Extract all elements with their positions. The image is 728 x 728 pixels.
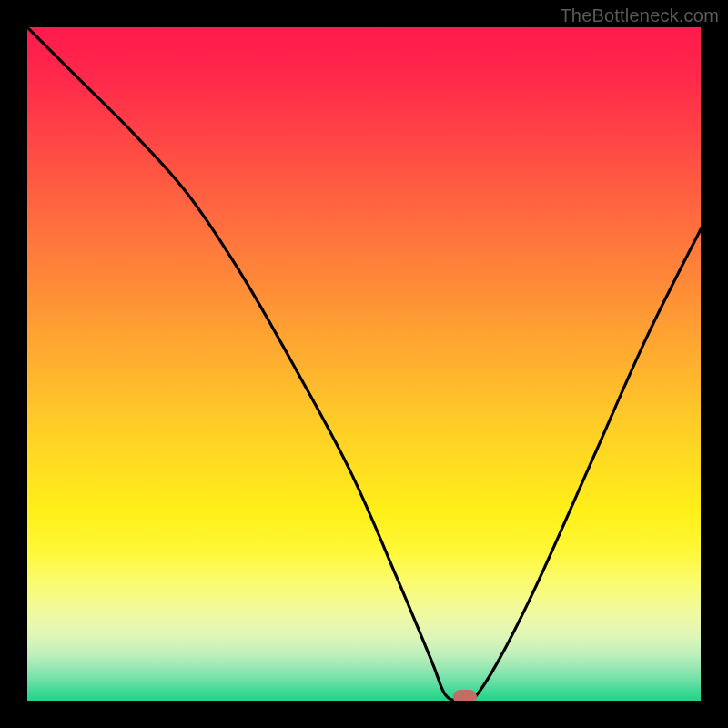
optimal-point-marker (453, 690, 477, 701)
bottleneck-curve (27, 27, 701, 701)
watermark-text: TheBottleneck.com (560, 5, 719, 26)
chart-frame: TheBottleneck.com (0, 0, 728, 728)
plot-area (27, 27, 701, 701)
